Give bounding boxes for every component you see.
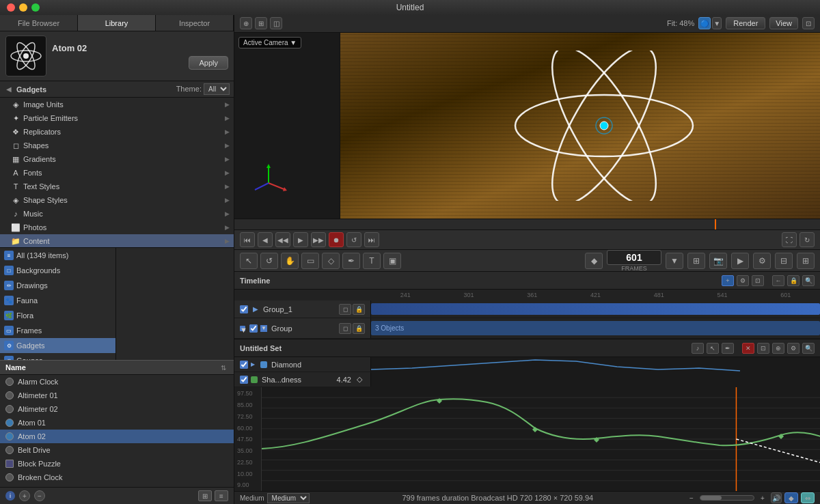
cat-item-music[interactable]: ♪ Music ▶ xyxy=(0,207,234,221)
cat-item-photos[interactable]: ⬜ Photos ▶ xyxy=(0,221,234,234)
render-button[interactable]: Render xyxy=(726,17,765,29)
kf-pen[interactable]: ✒ xyxy=(722,343,734,354)
tl-expand-button[interactable]: ⊡ xyxy=(752,275,764,286)
keyframe-tool[interactable]: ◆ xyxy=(585,253,603,269)
link-btn[interactable]: ⇔ xyxy=(801,492,815,503)
list-view-button[interactable]: ≡ xyxy=(215,490,228,501)
kf-delete[interactable]: ✕ xyxy=(742,343,754,354)
tl-add-button[interactable]: + xyxy=(722,275,734,286)
kf-cursor[interactable]: ↖ xyxy=(707,343,719,354)
subcat-backgrounds[interactable]: □ Backgrounds xyxy=(0,263,115,278)
list-item-alarm-clock[interactable]: Alarm Clock xyxy=(0,375,234,389)
minimize-button[interactable] xyxy=(19,3,27,12)
cat-item-shape-styles[interactable]: ◈ Shape Styles ▶ xyxy=(0,193,234,207)
play-button[interactable]: ▶ xyxy=(293,232,308,247)
maximize-button[interactable] xyxy=(31,3,40,12)
rect-tool[interactable]: ▭ xyxy=(301,253,319,269)
subcat-frames[interactable]: ▭ Frames xyxy=(0,323,115,338)
fit-arrow[interactable]: ▼ xyxy=(712,17,722,29)
loop-button[interactable]: ↺ xyxy=(346,232,361,247)
group-mute[interactable]: ◻ xyxy=(339,323,351,334)
apply-button[interactable]: Apply xyxy=(189,56,228,70)
quality-select[interactable]: Medium xyxy=(267,493,310,503)
tl-lock-button[interactable]: 🔒 xyxy=(787,275,800,286)
orbit-tool[interactable]: ↺ xyxy=(260,253,278,269)
cat-item-image-units[interactable]: ◈ Image Units ▶ xyxy=(0,98,234,111)
zoom-in-btn[interactable]: + xyxy=(757,492,768,503)
cat-item-shapes[interactable]: ◻ Shapes ▶ xyxy=(0,139,234,152)
subcat-all[interactable]: ≡ All (1349 items) xyxy=(0,248,115,263)
add-button[interactable]: + xyxy=(19,490,30,501)
sort-icon[interactable]: ⇅ xyxy=(219,363,228,372)
play-forward-button[interactable]: ▶▶ xyxy=(311,232,326,247)
cat-item-content[interactable]: 📁 Content ▶ xyxy=(0,234,234,248)
color-btn[interactable]: ◆ xyxy=(784,492,798,503)
toolbar-icon-1[interactable]: ⊕ xyxy=(240,17,252,29)
mask-tool[interactable]: ▣ xyxy=(383,253,401,269)
group1-check[interactable] xyxy=(240,305,248,313)
diamond-expand[interactable]: ▶ xyxy=(251,361,258,367)
camera-tool[interactable]: 📷 xyxy=(709,253,727,269)
remove-button[interactable]: − xyxy=(34,490,45,501)
playback-tool[interactable]: ▶ xyxy=(731,253,749,269)
fullscreen-button[interactable]: ⛶ xyxy=(782,232,797,247)
diamond-check[interactable] xyxy=(240,361,248,369)
record-button[interactable]: ⏺ xyxy=(329,232,344,247)
play-back-button[interactable]: ◀◀ xyxy=(275,232,290,247)
cat-item-replicators[interactable]: ❖ Replicators ▶ xyxy=(0,125,234,139)
group-check[interactable] xyxy=(249,324,258,333)
cat-item-fonts[interactable]: A Fonts ▶ xyxy=(0,166,234,180)
timeline-scrubber[interactable] xyxy=(234,219,820,230)
tab-library[interactable]: Library xyxy=(78,15,156,31)
kf-settings[interactable]: ⚙ xyxy=(787,343,800,354)
step-back-button[interactable]: ◀ xyxy=(258,232,273,247)
list-item-belt-drive[interactable]: Belt Drive xyxy=(0,443,234,457)
shape-tool[interactable]: ◇ xyxy=(322,253,340,269)
group-expand[interactable]: ▼ xyxy=(240,326,245,331)
tab-inspector[interactable]: Inspector xyxy=(156,15,234,31)
frame-input[interactable] xyxy=(607,250,661,265)
subcat-gauges[interactable]: ◎ Gauges xyxy=(0,353,115,360)
fit-icon[interactable]: 🔵 xyxy=(698,17,711,29)
cat-item-gradients[interactable]: ▦ Gradients ▶ xyxy=(0,152,234,166)
list-item-atom-02[interactable]: Atom 02 xyxy=(0,430,234,443)
cat-item-particle-emitters[interactable]: ✦ Particle Emitters ▶ xyxy=(0,111,234,125)
toolbar-icon-3[interactable]: ◫ xyxy=(270,17,282,29)
subcat-flora[interactable]: 🌿 Flora xyxy=(0,308,115,323)
text-tool[interactable]: T xyxy=(363,253,381,269)
grid2-tool[interactable]: ⊞ xyxy=(797,253,815,269)
tl-collapse-button[interactable]: ← xyxy=(772,275,784,286)
shadness-keyframe-btn[interactable]: ◇ xyxy=(354,374,365,385)
kf-expand[interactable]: ⊡ xyxy=(757,343,769,354)
list-item-altimeter-01[interactable]: Altimeter 01 xyxy=(0,389,234,402)
group1-lock[interactable]: 🔒 xyxy=(353,304,365,315)
view-button[interactable]: View xyxy=(769,17,798,29)
zoom-out-btn[interactable]: − xyxy=(686,492,697,503)
pan-tool[interactable]: ✋ xyxy=(281,253,299,269)
list-item-altimeter-02[interactable]: Altimeter 02 xyxy=(0,402,234,416)
audio-btn[interactable]: 🔊 xyxy=(771,492,782,503)
kf-audio[interactable]: ♪ xyxy=(692,343,704,354)
tl-zoom-button[interactable]: 🔍 xyxy=(802,275,815,286)
tab-file-browser[interactable]: File Browser xyxy=(0,15,78,31)
track-group-right[interactable]: 3 Objects xyxy=(371,318,820,338)
list-item-atom-01[interactable]: Atom 01 xyxy=(0,416,234,430)
grid-view-button[interactable]: ⊞ xyxy=(198,490,212,501)
pen-tool[interactable]: ✒ xyxy=(342,253,360,269)
kf-zoom[interactable]: 🔍 xyxy=(802,343,815,354)
subcat-drawings[interactable]: ✏ Drawings xyxy=(0,278,115,293)
options-button[interactable]: ⊡ xyxy=(802,17,815,29)
to-start-button[interactable]: ⏮ xyxy=(240,232,255,247)
kf-diamond-2[interactable] xyxy=(532,427,538,432)
refresh-button[interactable]: ↻ xyxy=(800,232,815,247)
group-sub-expand[interactable]: ▼ xyxy=(260,325,267,332)
active-camera-button[interactable]: Active Camera ▼ xyxy=(238,37,301,48)
settings-tool[interactable]: ⚙ xyxy=(753,253,771,269)
subcat-fauna[interactable]: 🐾 Fauna xyxy=(0,293,115,308)
group1-mute[interactable]: ◻ xyxy=(339,304,351,315)
select-tool[interactable]: ↖ xyxy=(240,253,258,269)
subcat-gadgets[interactable]: ⚙ Gadgets xyxy=(0,338,115,353)
nav-back[interactable]: ◀ xyxy=(4,85,14,94)
frame-dropdown[interactable]: ▼ xyxy=(666,253,683,269)
list-item-broken-clock[interactable]: Broken Clock xyxy=(0,471,234,484)
